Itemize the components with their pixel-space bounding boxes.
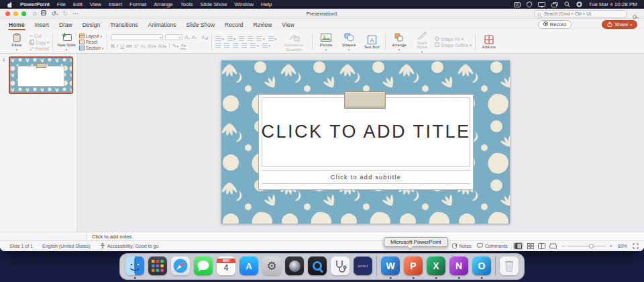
character-spacing-button[interactable]: AV▾	[148, 43, 156, 49]
spotlight-search-icon[interactable]	[564, 1, 570, 7]
control-center-icon[interactable]	[576, 1, 582, 7]
reading-view-button[interactable]	[538, 243, 545, 250]
mission-control-icon[interactable]	[551, 2, 558, 7]
home-icon[interactable]: ⌂	[33, 10, 36, 17]
align-center-button[interactable]	[224, 43, 229, 48]
display-icon[interactable]	[538, 2, 545, 7]
text-direction-button[interactable]: ▾	[250, 43, 259, 48]
more-commands-icon[interactable]: ⋯	[72, 10, 78, 17]
notes-toggle-button[interactable]: Notes	[452, 243, 472, 249]
undo-icon[interactable]: ↺▾	[51, 10, 58, 17]
dock-word[interactable]: W	[381, 256, 400, 275]
accessibility-status[interactable]: Accessibility: Good to go	[100, 243, 159, 250]
numbering-button[interactable]: ▾	[227, 36, 236, 41]
slideshow-view-button[interactable]	[549, 243, 557, 250]
cut-button[interactable]: ✂Cut	[30, 34, 49, 39]
tab-animations[interactable]: Animations	[147, 19, 176, 30]
search-box[interactable]	[534, 10, 627, 17]
dock-appstore[interactable]: A	[239, 256, 258, 275]
paste-button[interactable]: Paste▾	[7, 32, 27, 52]
slide-sorter-view-button[interactable]	[527, 243, 534, 250]
shape-fill-button[interactable]: Shape Fill▾	[435, 36, 472, 42]
zoom-percentage[interactable]: 89%	[618, 244, 627, 248]
dock-diagnostics[interactable]	[331, 256, 350, 275]
save-icon[interactable]	[41, 10, 46, 17]
menu-view[interactable]: View	[90, 1, 101, 7]
menu-file[interactable]: File	[57, 1, 66, 7]
arrange-button[interactable]: Arrange▾	[389, 32, 409, 52]
menubar-clock[interactable]: Tue Mar 4 10:28 PM	[588, 1, 637, 7]
menu-window[interactable]: Window	[234, 1, 253, 7]
subscript-button[interactable]: x₂	[141, 43, 146, 49]
copy-button[interactable]: Copy▾	[30, 40, 49, 46]
share-button[interactable]: Share ▾	[602, 20, 637, 29]
underline-button[interactable]: U	[120, 43, 124, 49]
picture-button[interactable]: Picture▾	[316, 32, 336, 52]
record-button[interactable]: Record	[538, 20, 572, 29]
shapes-button[interactable]: Shapes▾	[339, 32, 359, 52]
align-left-button[interactable]	[215, 43, 221, 48]
tab-insert[interactable]: Insert	[34, 19, 50, 30]
line-spacing-button[interactable]: ▾	[256, 36, 265, 41]
increase-indent-button[interactable]	[248, 36, 253, 41]
highlight-color-button[interactable]: ✎▾	[172, 43, 178, 49]
menu-app-name[interactable]: PowerPoint	[20, 1, 50, 7]
italic-button[interactable]: I	[117, 43, 118, 49]
new-slide-button[interactable]: New Slide▾	[56, 32, 76, 52]
columns-button[interactable]: ▾	[268, 36, 277, 41]
quick-styles-button[interactable]: Quick Styles▾	[412, 30, 432, 54]
font-color-button[interactable]: A▾	[180, 42, 186, 50]
bullets-button[interactable]: ▾	[215, 36, 224, 41]
tab-draw[interactable]: Draw	[58, 19, 73, 30]
reset-button[interactable]: Reset	[79, 40, 103, 45]
section-button[interactable]: Section▾	[79, 46, 103, 51]
normal-view-button[interactable]	[513, 242, 523, 250]
menu-insert[interactable]: Insert	[109, 1, 122, 7]
tab-review[interactable]: Review	[252, 19, 272, 30]
menu-slideshow[interactable]: Slide Show	[200, 1, 227, 7]
slide-thumbnail[interactable]	[9, 56, 73, 94]
justify-button[interactable]	[241, 43, 247, 48]
vpn-shield-icon[interactable]	[527, 1, 532, 7]
shape-outline-button[interactable]: Shape Outline▾	[435, 42, 472, 48]
align-text-button[interactable]: ▾	[262, 43, 271, 48]
format-painter-button[interactable]: 🖉Format	[30, 46, 49, 51]
superscript-button[interactable]: x²	[134, 43, 139, 49]
clear-formatting-button[interactable]: A◢	[201, 34, 208, 40]
menu-tools[interactable]: Tools	[180, 1, 193, 7]
redo-icon[interactable]: ↻	[63, 10, 68, 17]
tab-view[interactable]: View	[281, 19, 294, 30]
zoom-slider[interactable]	[568, 246, 606, 246]
minimize-window-button[interactable]	[13, 11, 18, 16]
language-label[interactable]: English (United States)	[42, 244, 91, 248]
zoom-window-button[interactable]	[21, 11, 26, 16]
dock-powerpoint[interactable]: P	[404, 256, 423, 275]
keyboard-input-icon[interactable]	[514, 2, 521, 7]
dock-launchpad[interactable]	[148, 256, 167, 275]
dock-time-machine[interactable]	[285, 256, 304, 275]
convert-smartart-button[interactable]: Convert to SmartArt	[279, 32, 309, 52]
subtitle-placeholder[interactable]: Click to add subtitle	[262, 170, 470, 184]
shrink-font-button[interactable]: A▾	[192, 34, 197, 40]
dock-quicktime[interactable]	[308, 256, 327, 275]
dock-calendar[interactable]: MAR 4	[217, 256, 235, 275]
tab-transitions[interactable]: Transitions	[109, 19, 138, 30]
dock-excel[interactable]: X	[427, 256, 445, 275]
tab-record[interactable]: Record	[224, 19, 244, 30]
menu-edit[interactable]: Edit	[73, 1, 83, 7]
font-name-combo[interactable]: ▾	[111, 34, 163, 40]
dock-safari[interactable]	[171, 256, 190, 275]
menu-format[interactable]: Format	[129, 1, 146, 7]
bold-button[interactable]: B	[111, 43, 115, 49]
tab-slideshow[interactable]: Slide Show	[186, 19, 216, 30]
fit-slide-button[interactable]	[633, 243, 639, 250]
dock-trash[interactable]	[500, 256, 519, 275]
slide-editor[interactable]: CLICK TO ADD TITLE Click to add subtitle	[221, 60, 510, 224]
zoom-out-button[interactable]: −	[562, 243, 566, 249]
font-size-combo[interactable]: ▾	[165, 34, 182, 40]
search-input[interactable]	[544, 11, 623, 16]
menu-help[interactable]: Help	[261, 1, 272, 7]
layout-button[interactable]: Layout▾	[79, 34, 103, 39]
decrease-indent-button[interactable]	[239, 36, 244, 41]
dock-omni[interactable]: omni	[354, 256, 372, 275]
